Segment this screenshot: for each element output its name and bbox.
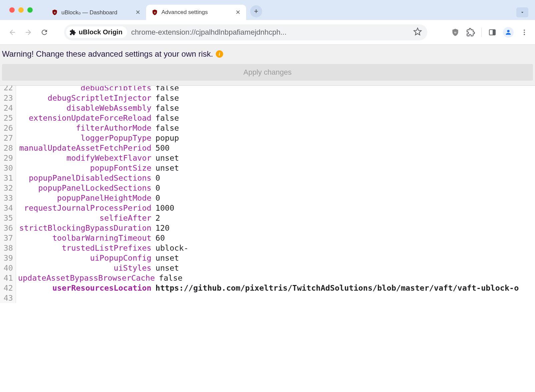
setting-key: manualUpdateAssetFetchPeriod (18, 143, 151, 153)
forward-button[interactable] (22, 26, 35, 39)
line-number: 37 (2, 233, 13, 243)
setting-value: 0 (155, 173, 160, 183)
warning-text: Warning! Change these advanced settings … (2, 49, 213, 59)
apply-changes-button[interactable]: Apply changes (2, 64, 533, 81)
svg-point-6 (524, 29, 525, 31)
code-line[interactable]: requestJournalProcessPeriod1000 (18, 203, 519, 213)
tab-dashboard[interactable]: u uBlock₀ — Dashboard ✕ (46, 5, 146, 20)
code-editor[interactable]: 2223242526272829303132333435363738394041… (0, 85, 535, 392)
setting-value: false (155, 93, 179, 103)
setting-value: unset (155, 153, 179, 163)
side-panel-icon[interactable] (488, 28, 497, 37)
code-line[interactable]: uiPopupConfigunset (18, 253, 519, 263)
address-bar-row: uBlock Origin chrome-extension://cjpalhd… (0, 20, 535, 45)
minimize-window-button[interactable] (18, 7, 24, 13)
warning-banner: Warning! Change these advanced settings … (0, 45, 535, 62)
ublock-toolbar-icon[interactable]: u (451, 28, 460, 37)
line-number: 28 (2, 143, 13, 153)
code-line[interactable]: updateAssetBypassBrowserCachefalse (18, 273, 519, 283)
code-line[interactable]: selfieAfter2 (18, 213, 519, 223)
toolbar-icons: u (451, 27, 529, 38)
close-window-button[interactable] (9, 7, 15, 13)
new-tab-button[interactable]: + (250, 5, 262, 17)
close-tab-icon[interactable]: ✕ (135, 9, 141, 15)
line-number: 43 (2, 293, 13, 303)
code-line[interactable]: manualUpdateAssetFetchPeriod500 (18, 143, 519, 153)
setting-key: popupPanelLockedSections (18, 183, 151, 193)
code-line[interactable]: modifyWebextFlavorunset (18, 153, 519, 163)
setting-key: userResourcesLocation (18, 283, 151, 293)
setting-value: unset (155, 263, 179, 273)
setting-value: 120 (155, 223, 169, 233)
code-line[interactable]: debugScriptletsfalse (18, 85, 519, 90)
back-button[interactable] (6, 26, 19, 39)
line-number: 26 (2, 123, 13, 133)
maximize-window-button[interactable] (27, 7, 33, 13)
code-line[interactable]: popupFontSizeunset (18, 163, 519, 173)
code-line[interactable]: extensionUpdateForceReloadfalse (18, 113, 519, 123)
tab-overflow-button[interactable] (516, 7, 528, 17)
svg-point-5 (507, 30, 509, 32)
line-number: 42 (2, 283, 13, 293)
line-number: 29 (2, 153, 13, 163)
setting-key: uiStyles (18, 263, 151, 273)
code-line[interactable]: trustedListPrefixesublock- (18, 243, 519, 253)
code-line[interactable]: popupPanelHeightMode0 (18, 193, 519, 203)
code-line[interactable]: loggerPopupTypepopup (18, 133, 519, 143)
site-name: uBlock Origin (79, 28, 122, 36)
reload-button[interactable] (38, 26, 51, 39)
kebab-menu-icon[interactable] (520, 28, 529, 37)
code-line[interactable]: disableWebAssemblyfalse (18, 103, 519, 113)
code-line[interactable]: userResourcesLocationhttps://github.com/… (18, 283, 519, 293)
setting-key: filterAuthorMode (18, 123, 151, 133)
line-number: 35 (2, 213, 13, 223)
setting-value: popup (155, 133, 179, 143)
info-icon[interactable]: i (216, 50, 223, 58)
close-tab-icon[interactable]: ✕ (235, 9, 241, 15)
setting-value: 2 (155, 213, 160, 223)
line-number: 27 (2, 133, 13, 143)
line-number: 33 (2, 193, 13, 203)
setting-key: loggerPopupType (18, 133, 151, 143)
setting-key: trustedListPrefixes (18, 243, 151, 253)
tabs-container: u uBlock₀ — Dashboard ✕ u Advanced setti… (46, 0, 532, 20)
address-bar[interactable]: uBlock Origin chrome-extension://cjpalhd… (64, 24, 427, 40)
line-number: 38 (2, 243, 13, 253)
code-line[interactable] (18, 293, 519, 303)
tab-title: Advanced settings (161, 9, 231, 16)
line-number: 30 (2, 163, 13, 173)
setting-key: requestJournalProcessPeriod (18, 203, 151, 213)
line-number: 25 (2, 113, 13, 123)
setting-value: 0 (155, 183, 160, 193)
code-line[interactable]: filterAuthorModefalse (18, 123, 519, 133)
setting-key: disableWebAssembly (18, 103, 151, 113)
site-identity-chip[interactable]: uBlock Origin (66, 26, 127, 38)
bookmark-star-icon[interactable] (413, 27, 422, 37)
line-number: 41 (2, 273, 13, 283)
code-line[interactable]: debugScriptletInjectorfalse (18, 93, 519, 103)
code-line[interactable]: uiStylesunset (18, 263, 519, 273)
setting-key: updateAssetBypassBrowserCache (18, 273, 155, 283)
line-number: 24 (2, 103, 13, 113)
setting-key: debugScriptletInjector (18, 93, 151, 103)
svg-text:u: u (154, 11, 155, 14)
extensions-icon[interactable] (466, 28, 475, 37)
setting-value: false (155, 85, 179, 90)
line-number: 23 (2, 93, 13, 103)
code-line[interactable]: popupPanelDisabledSections0 (18, 173, 519, 183)
code-line[interactable]: popupPanelLockedSections0 (18, 183, 519, 193)
svg-text:u: u (454, 30, 456, 34)
svg-text:u: u (54, 11, 55, 14)
setting-value: 500 (155, 143, 169, 153)
line-number-gutter: 2223242526272829303132333435363738394041… (0, 86, 16, 303)
setting-key (18, 293, 151, 303)
code-line[interactable]: strictBlockingBypassDuration120 (18, 223, 519, 233)
tab-advanced-settings[interactable]: u Advanced settings ✕ (146, 5, 246, 20)
setting-value: false (155, 123, 179, 133)
code-content[interactable]: debugScriptletsfalsedebugScriptletInject… (16, 86, 519, 303)
line-number: 31 (2, 173, 13, 183)
line-number: 34 (2, 203, 13, 213)
profile-avatar[interactable] (503, 27, 514, 38)
code-line[interactable]: toolbarWarningTimeout60 (18, 233, 519, 243)
setting-value: 60 (155, 233, 165, 243)
